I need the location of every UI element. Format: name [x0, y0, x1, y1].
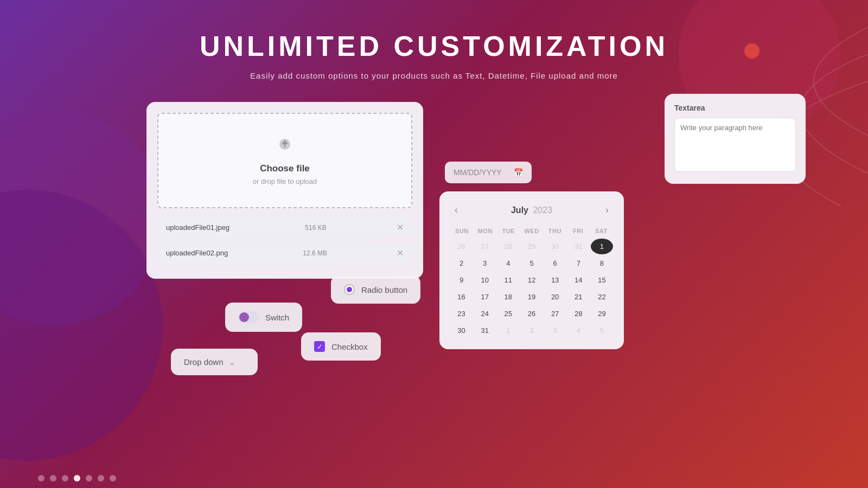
choose-file-text[interactable]: Choose file: [169, 163, 400, 174]
calendar-year: 2023: [533, 206, 552, 215]
calendar-day[interactable]: 30: [450, 323, 473, 338]
calendar-day[interactable]: 13: [544, 272, 566, 288]
calendar-day[interactable]: 28: [497, 239, 519, 254]
calendar-day[interactable]: 3: [474, 255, 496, 271]
switch-track[interactable]: [238, 311, 259, 323]
switch-label: Switch: [265, 313, 289, 322]
switch-widget[interactable]: Switch: [225, 303, 302, 332]
calendar-day[interactable]: 8: [591, 255, 613, 271]
calendar-days: 2627282930311234567891011121314151617181…: [450, 239, 613, 338]
pagination-dot[interactable]: [62, 475, 68, 481]
dropdown-widget[interactable]: Drop down ⌄: [171, 349, 258, 375]
calendar-day[interactable]: 29: [520, 239, 542, 254]
drop-text: or drop file to upload: [169, 177, 400, 185]
calendar-prev-button[interactable]: ‹: [450, 202, 462, 218]
calendar-day[interactable]: 18: [497, 289, 519, 305]
calendar-month-year: July 2023: [511, 206, 552, 215]
calendar-day[interactable]: 31: [567, 239, 590, 254]
pagination-dot[interactable]: [38, 475, 44, 481]
checkbox-widget[interactable]: ✓ Checkbox: [301, 332, 381, 361]
calendar-day[interactable]: 21: [567, 289, 590, 305]
calendar-day[interactable]: 24: [474, 306, 496, 322]
file-drop-area[interactable]: Choose file or drop file to upload: [157, 113, 412, 208]
upload-icon: [169, 136, 400, 159]
radio-label: Radio button: [361, 285, 407, 294]
calendar-day[interactable]: 4: [567, 323, 590, 338]
dropdown-label: Drop down: [184, 357, 224, 367]
checkbox-box[interactable]: ✓: [314, 341, 325, 352]
calendar-day[interactable]: 1: [591, 239, 613, 254]
calendar-day[interactable]: 27: [474, 239, 496, 254]
pagination-dot[interactable]: [74, 475, 80, 481]
calendar-day[interactable]: 5: [520, 255, 542, 271]
weekday-sun: SUN: [450, 228, 474, 234]
switch-thumb: [239, 312, 249, 322]
calendar-day[interactable]: 3: [544, 323, 566, 338]
file-close-2[interactable]: ✕: [397, 248, 404, 258]
calendar-day[interactable]: 27: [544, 306, 566, 322]
date-input-field[interactable]: MM/DD/YYYY 📅: [445, 162, 532, 183]
calendar-day[interactable]: 31: [474, 323, 496, 338]
weekday-sat: SAT: [590, 228, 613, 234]
calendar-day[interactable]: 9: [450, 272, 473, 288]
calendar-month: July: [511, 206, 528, 215]
calendar-day[interactable]: 29: [591, 306, 613, 322]
file-name-2: uploadedFile02.png: [166, 249, 228, 257]
pagination-dot[interactable]: [86, 475, 92, 481]
radio-button[interactable]: [344, 284, 355, 295]
calendar-header: ‹ July 2023 ›: [450, 202, 613, 218]
textarea-input[interactable]: [674, 118, 796, 172]
calendar-day[interactable]: 26: [520, 306, 542, 322]
pagination-dot[interactable]: [110, 475, 116, 481]
checkbox-label: Checkbox: [331, 342, 368, 351]
calendar-day[interactable]: 1: [497, 323, 519, 338]
file-item-2: uploadedFile02.png 12.6 MB ✕: [157, 242, 412, 264]
calendar-day[interactable]: 2: [450, 255, 473, 271]
calendar-day[interactable]: 12: [520, 272, 542, 288]
calendar-day[interactable]: 14: [567, 272, 590, 288]
calendar-day[interactable]: 10: [474, 272, 496, 288]
calendar-day[interactable]: 4: [497, 255, 519, 271]
weekday-mon: MON: [474, 228, 497, 234]
weekday-fri: FRI: [566, 228, 590, 234]
calendar-next-button[interactable]: ›: [601, 202, 613, 218]
file-close-1[interactable]: ✕: [397, 222, 404, 233]
calendar-day[interactable]: 11: [497, 272, 519, 288]
calendar-day[interactable]: 30: [544, 239, 566, 254]
calendar-day[interactable]: 15: [591, 272, 613, 288]
calendar-day[interactable]: 2: [520, 323, 542, 338]
weekday-tue: TUE: [497, 228, 520, 234]
calendar-day[interactable]: 6: [544, 255, 566, 271]
calendar-day[interactable]: 23: [450, 306, 473, 322]
calendar-day[interactable]: 20: [544, 289, 566, 305]
file-upload-widget: Choose file or drop file to upload uploa…: [146, 102, 423, 279]
calendar-weekdays: SUN MON TUE WED THU FRI SAT: [450, 228, 613, 234]
calendar-day[interactable]: 17: [474, 289, 496, 305]
file-size-1: 516 KB: [305, 224, 326, 232]
calendar-day[interactable]: 16: [450, 289, 473, 305]
calendar-day[interactable]: 28: [567, 306, 590, 322]
weekday-thu: THU: [543, 228, 566, 234]
pagination-dot[interactable]: [50, 475, 56, 481]
date-placeholder: MM/DD/YYYY: [454, 168, 502, 177]
file-name-1: uploadedFile01.jpeg: [166, 223, 229, 232]
calendar-day[interactable]: 7: [567, 255, 590, 271]
calendar-day[interactable]: 19: [520, 289, 542, 305]
calendar-day[interactable]: 26: [450, 239, 473, 254]
textarea-widget: Textarea: [665, 94, 806, 184]
file-size-2: 12.6 MB: [303, 249, 327, 257]
textarea-label: Textarea: [674, 104, 796, 112]
content-area: Choose file or drop file to upload uploa…: [0, 91, 868, 488]
calendar-widget: ‹ July 2023 › SUN MON TUE WED THU FRI SA…: [439, 191, 624, 349]
calendar-grid: SUN MON TUE WED THU FRI SAT 262728293031…: [450, 228, 613, 338]
checkmark-icon: ✓: [317, 343, 323, 351]
pagination-dot[interactable]: [98, 475, 104, 481]
radio-widget[interactable]: Radio button: [331, 275, 420, 304]
file-item-1: uploadedFile01.jpeg 516 KB ✕: [157, 217, 412, 238]
calendar-day[interactable]: 25: [497, 306, 519, 322]
page-subtitle: Easily add custom options to your produc…: [0, 71, 868, 80]
calendar-day[interactable]: 22: [591, 289, 613, 305]
date-input-wrapper: MM/DD/YYYY 📅: [445, 162, 532, 183]
calendar-day[interactable]: 5: [591, 323, 613, 338]
chevron-down-icon: ⌄: [229, 358, 235, 367]
